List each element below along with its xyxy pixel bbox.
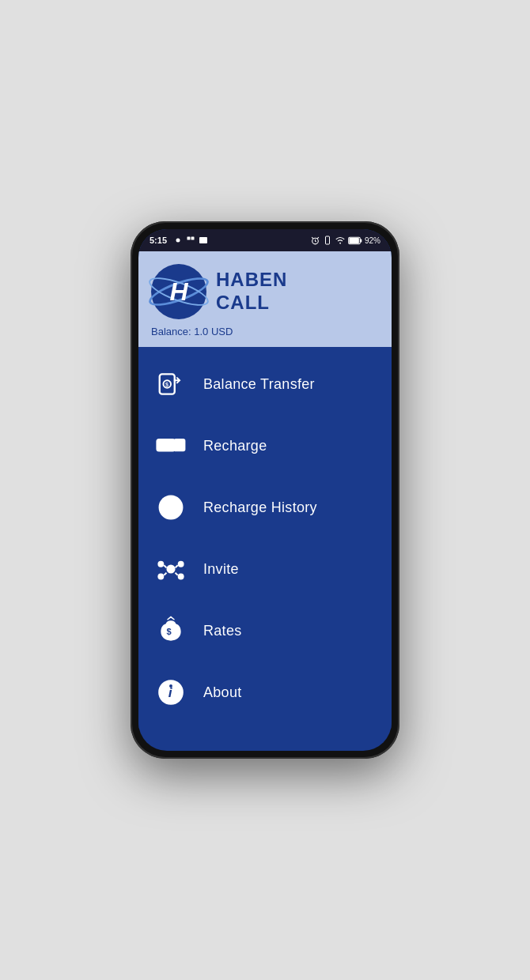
svg-rect-2 bbox=[191, 237, 195, 240]
status-icons: 92% bbox=[310, 236, 380, 246]
menu-item-recharge[interactable]: Recharge bbox=[138, 415, 392, 477]
phone-frame: 5:15 92% bbox=[131, 221, 399, 759]
balance-transfer-icon: $ bbox=[154, 368, 187, 401]
menu-item-invite[interactable]: Invite bbox=[138, 538, 392, 600]
menu-item-rates[interactable]: $ Rates bbox=[138, 600, 392, 662]
menu-label-recharge: Recharge bbox=[203, 438, 267, 454]
menu-item-balance-transfer[interactable]: $ Balance Transfer bbox=[138, 353, 392, 415]
menu-label-rates: Rates bbox=[203, 623, 242, 639]
svg-rect-5 bbox=[325, 236, 329, 244]
svg-rect-3 bbox=[199, 237, 207, 243]
svg-point-18 bbox=[166, 564, 175, 573]
app-title: Haben Call bbox=[216, 269, 287, 315]
balance-display: Balance: 1.0 USD bbox=[151, 326, 379, 337]
menu-label-balance-transfer: Balance Transfer bbox=[203, 376, 315, 393]
app-name-line1: Haben bbox=[216, 269, 287, 292]
invite-icon bbox=[154, 552, 187, 586]
app-logo: H bbox=[151, 264, 206, 319]
svg-text:$: $ bbox=[166, 627, 171, 636]
status-bar: 5:15 92% bbox=[138, 229, 392, 251]
svg-line-25 bbox=[164, 573, 166, 575]
menu-container: $ Balance Transfer Recha bbox=[138, 347, 392, 729]
svg-line-23 bbox=[164, 565, 166, 567]
menu-item-about[interactable]: i About bbox=[138, 662, 392, 723]
svg-point-21 bbox=[157, 574, 164, 580]
svg-rect-1 bbox=[187, 237, 191, 240]
svg-point-22 bbox=[178, 574, 184, 580]
menu-label-about: About bbox=[203, 684, 242, 701]
svg-point-20 bbox=[178, 561, 184, 567]
phone-screen: 5:15 92% bbox=[138, 229, 392, 751]
svg-rect-14 bbox=[175, 439, 185, 450]
app-header: H Haben Call Balance: 1.0 USD bbox=[138, 251, 392, 347]
svg-rect-9 bbox=[349, 238, 358, 243]
svg-line-24 bbox=[176, 565, 178, 567]
menu-label-recharge-history: Recharge History bbox=[203, 499, 317, 516]
about-icon: i bbox=[154, 676, 187, 709]
svg-point-6 bbox=[339, 243, 341, 244]
menu-item-recharge-history[interactable]: Recharge History bbox=[138, 477, 392, 538]
logo-letter: H bbox=[169, 277, 187, 307]
svg-point-30 bbox=[169, 684, 172, 688]
svg-text:$: $ bbox=[165, 382, 168, 388]
svg-rect-13 bbox=[157, 439, 175, 450]
recharge-history-icon bbox=[154, 491, 187, 524]
status-time: 5:15 bbox=[150, 236, 208, 245]
menu-label-invite: Invite bbox=[203, 561, 239, 578]
rates-icon: $ bbox=[154, 614, 187, 647]
svg-rect-8 bbox=[360, 239, 362, 242]
app-name-line2: Call bbox=[216, 292, 287, 315]
recharge-icon bbox=[154, 429, 187, 462]
svg-point-19 bbox=[157, 561, 164, 567]
svg-line-26 bbox=[176, 573, 178, 575]
svg-point-0 bbox=[176, 239, 180, 243]
